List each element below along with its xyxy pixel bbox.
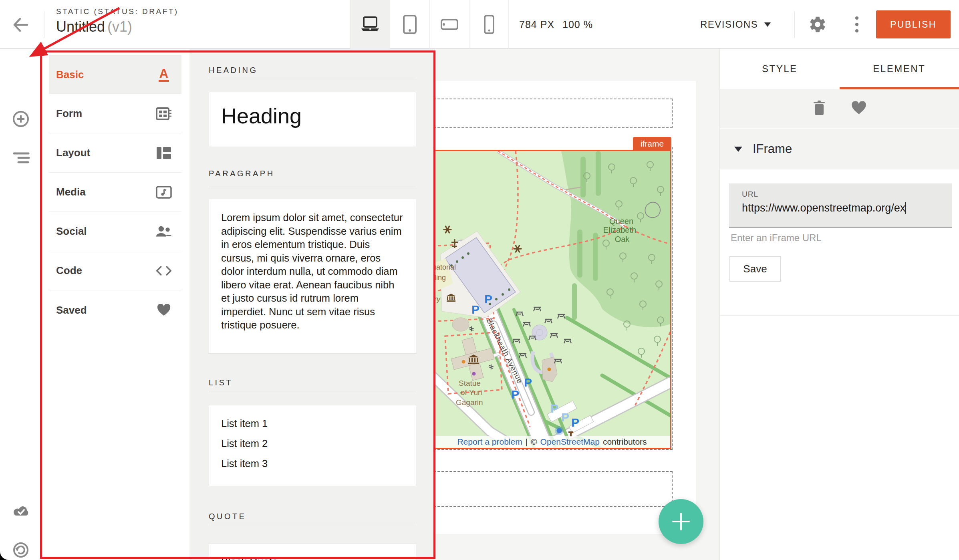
category-label: Social bbox=[56, 225, 156, 238]
map-label-oak: Elizabeth bbox=[603, 226, 636, 234]
delete-element-button[interactable] bbox=[813, 101, 826, 117]
layout-icon bbox=[156, 145, 172, 161]
inspector-tabs: STYLE ELEMENT bbox=[720, 49, 959, 89]
section-label-quote: QUOTE bbox=[209, 512, 246, 521]
more-options-button[interactable] bbox=[852, 14, 862, 34]
map-label-statue: Gagarin bbox=[456, 398, 483, 407]
document-name: Untitled bbox=[56, 18, 105, 35]
map-label-building: ding bbox=[434, 274, 446, 282]
device-phone-button[interactable] bbox=[469, 0, 509, 49]
heading-sample-text: Heading bbox=[221, 104, 302, 128]
url-field-label: URL bbox=[742, 190, 952, 199]
tab-element[interactable]: ELEMENT bbox=[840, 49, 959, 89]
undo-icon bbox=[12, 541, 30, 559]
form-icon bbox=[156, 106, 172, 122]
iframe-settings-group[interactable]: IFrame bbox=[720, 129, 959, 169]
list-sample-item: List item 3 bbox=[221, 458, 404, 469]
media-icon bbox=[156, 184, 172, 200]
paragraph-block-card[interactable]: Lorem ipsum dolor sit amet, consectetur … bbox=[209, 199, 416, 354]
canvas-dimensions: 784 PX 100 % bbox=[516, 0, 596, 49]
category-form[interactable]: Form bbox=[49, 94, 181, 133]
category-label: Code bbox=[56, 264, 156, 277]
status-label: STATIC (STATUS: DRAFT) bbox=[56, 7, 179, 16]
parking-marker: P bbox=[484, 292, 492, 306]
category-layout[interactable]: Layout bbox=[49, 133, 181, 173]
category-social[interactable]: Social bbox=[49, 212, 181, 251]
favorite-element-button[interactable] bbox=[851, 101, 866, 116]
back-button[interactable] bbox=[10, 14, 32, 36]
group-title: IFrame bbox=[753, 142, 792, 156]
empty-drop-placeholder[interactable] bbox=[433, 99, 673, 128]
chevron-down-icon bbox=[764, 22, 771, 27]
element-categories-panel: Basic A Form Layout Media Social Code Sa… bbox=[43, 49, 189, 560]
laptop-icon bbox=[361, 16, 380, 32]
category-label: Saved bbox=[56, 304, 156, 316]
parking-marker: P bbox=[524, 376, 532, 389]
copyright-symbol: © bbox=[531, 437, 537, 447]
empty-drop-placeholder[interactable] bbox=[433, 471, 673, 507]
left-icon-rail bbox=[0, 49, 43, 560]
map-label-building: uatorial bbox=[434, 263, 456, 271]
category-code[interactable]: Code bbox=[49, 251, 181, 290]
list-block-card[interactable]: List item 1 List item 2 List item 3 bbox=[209, 405, 416, 486]
add-element-button[interactable] bbox=[12, 110, 30, 128]
inspector-panel: STYLE ELEMENT IFrame URL https://www.ope… bbox=[719, 49, 959, 560]
category-basic[interactable]: Basic A bbox=[49, 55, 181, 94]
tab-style[interactable]: STYLE bbox=[720, 49, 840, 89]
openstreetmap-link[interactable]: OpenStreetMap bbox=[540, 437, 600, 447]
iframe-url-field[interactable]: URL https://www.openstreetmap.org/ex bbox=[729, 183, 952, 228]
kebab-icon bbox=[855, 16, 858, 20]
category-saved[interactable]: Saved bbox=[49, 290, 181, 330]
publish-button[interactable]: PUBLISH bbox=[876, 10, 951, 38]
revisions-dropdown[interactable]: REVISIONS bbox=[700, 0, 771, 49]
list-sample-item: List item 1 bbox=[221, 418, 404, 429]
canvas-width-value: 784 PX bbox=[519, 19, 554, 30]
document-title-block: STATIC (STATUS: DRAFT) Untitled(v1) bbox=[56, 7, 179, 35]
chevron-down-icon bbox=[734, 147, 742, 152]
undo-button[interactable] bbox=[12, 541, 30, 559]
page-title[interactable]: Untitled(v1) bbox=[56, 18, 179, 35]
autosave-status bbox=[12, 502, 30, 521]
device-desktop-button[interactable] bbox=[350, 0, 390, 49]
settings-button[interactable] bbox=[808, 15, 827, 34]
category-media[interactable]: Media bbox=[49, 173, 181, 212]
device-preview-switcher bbox=[350, 0, 509, 49]
heading-block-card[interactable]: Heading bbox=[209, 92, 416, 147]
category-label: Media bbox=[56, 186, 156, 198]
category-label: Layout bbox=[56, 147, 156, 159]
save-button[interactable]: Save bbox=[729, 256, 781, 282]
social-icon bbox=[156, 224, 172, 240]
device-tablet-landscape-button[interactable] bbox=[429, 0, 469, 49]
gear-icon bbox=[808, 15, 827, 34]
code-icon bbox=[156, 263, 172, 279]
layers-menu-button[interactable] bbox=[12, 148, 30, 167]
url-text: https://www.openstreetmap.org/ex bbox=[742, 202, 905, 214]
category-label: Form bbox=[56, 107, 156, 120]
quote-block-card[interactable]: Block Quote bbox=[209, 543, 416, 560]
report-problem-link[interactable]: Report a problem bbox=[457, 437, 522, 447]
document-version: (v1) bbox=[107, 18, 132, 35]
toolbar-divider bbox=[44, 11, 44, 38]
canvas-workspace: iframe bbox=[433, 49, 719, 560]
url-helper-text: Enter an iFrame URL bbox=[731, 232, 822, 244]
tablet-portrait-icon bbox=[403, 15, 417, 34]
attribution-contributors: contributors bbox=[603, 437, 647, 447]
attribution-separator: | bbox=[526, 437, 528, 447]
add-section-fab[interactable] bbox=[659, 499, 703, 544]
sort-lines-icon bbox=[12, 148, 30, 167]
map-label-building: tory bbox=[434, 295, 441, 303]
section-label-list: LIST bbox=[209, 378, 233, 387]
device-tablet-button[interactable] bbox=[390, 0, 429, 49]
map-label-statue: of Yuri bbox=[461, 388, 482, 397]
map-label-statue: Statue bbox=[459, 379, 481, 387]
section-divider bbox=[209, 391, 416, 391]
toolbar-divider bbox=[794, 11, 795, 38]
parking-marker: P bbox=[511, 388, 519, 401]
revisions-label: REVISIONS bbox=[700, 19, 758, 30]
canvas-page[interactable]: iframe bbox=[433, 81, 696, 534]
section-divider bbox=[209, 187, 416, 187]
plus-circle-icon bbox=[12, 110, 30, 128]
openstreetmap-preview: P P P P P P P Queen Elizabeth Oak bbox=[434, 151, 670, 448]
url-field-value: https://www.openstreetmap.org/ex bbox=[742, 202, 952, 214]
iframe-map-element[interactable]: P P P P P P P Queen Elizabeth Oak bbox=[433, 150, 671, 449]
